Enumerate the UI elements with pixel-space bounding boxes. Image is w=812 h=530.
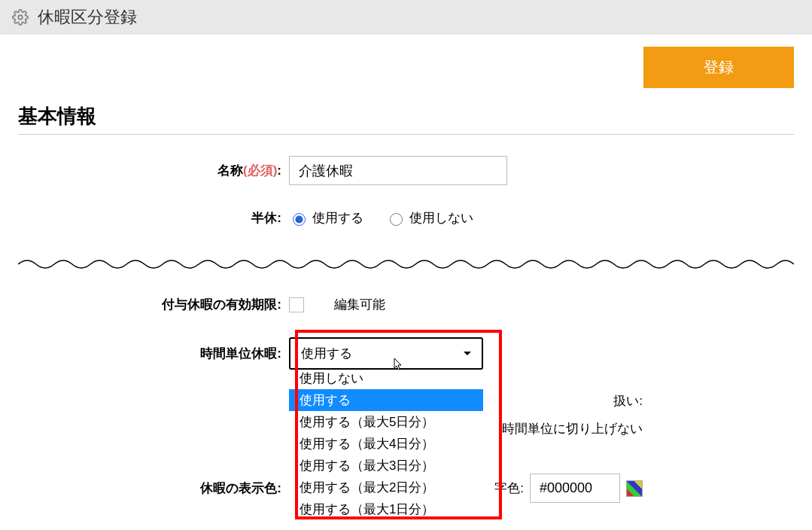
chevron-down-icon [464,352,471,355]
hourly-option[interactable]: 使用する [289,389,483,411]
row-name: 名称(必須): [18,156,794,185]
expiry-editable-label: 編集可能 [334,296,385,313]
gear-icon [12,9,29,26]
halfday-use-option[interactable]: 使用する [289,209,363,227]
expiry-checkbox[interactable] [289,297,304,312]
halfday-use-label: 使用する [312,209,363,227]
content: 登録 基本情報 名称(必須): 半休: 使用する 使用しない 付与休暇の有効期 [0,35,812,530]
display-color-label: 休暇の表示色: [18,480,289,497]
hourly-select[interactable]: 使用する [289,337,483,370]
section-heading-basic: 基本情報 [18,103,794,135]
hourly-option[interactable]: 使用する（最大3日分） [289,455,483,477]
page-title: 休暇区分登録 [38,6,137,29]
hourly-dropdown[interactable]: 使用しない使用する使用する（最大5日分）使用する（最大4日分）使用する（最大3日… [289,367,483,520]
name-input[interactable] [289,156,507,185]
row-halfday: 半休: 使用する 使用しない [18,209,794,227]
hourly-option[interactable]: 使用する（最大2日分） [289,477,483,498]
row-hourly: 時間単位休暇: 使用する 使用しない使用する使用する（最大5日分）使用する（最大… [18,337,794,370]
register-button[interactable]: 登録 [643,47,794,88]
roundup-visible: 時間単位に切り上げない [502,420,643,437]
name-label: 名称 [217,163,243,178]
header-bar: 休暇区分登録 [0,0,812,35]
expiry-label: 付与休暇の有効期限: [18,296,289,313]
treatment-label-visible: 扱い: [613,392,643,410]
colon: : [277,163,281,178]
row-expiry: 付与休暇の有効期限: 編集可能 [18,296,794,313]
char-color-input[interactable] [530,474,620,503]
wavy-divider [18,257,794,272]
halfday-use-radio[interactable] [293,213,306,226]
hourly-option[interactable]: 使用する（最大4日分） [289,433,483,455]
halfday-notuse-option[interactable]: 使用しない [386,209,473,227]
hourly-option[interactable]: 使用する（最大1日分） [289,498,483,520]
hourly-label: 時間単位休暇: [18,345,289,362]
hourly-selected-value: 使用する [301,345,352,362]
svg-point-0 [18,15,23,20]
color-picker-icon[interactable] [626,480,643,497]
char-color-label-visible: 字色: [494,480,524,497]
halfday-label: 半休: [18,209,289,227]
halfday-notuse-label: 使用しない [409,209,473,227]
hourly-option[interactable]: 使用しない [289,367,483,389]
halfday-notuse-radio[interactable] [390,213,403,226]
required-label: (必須) [243,163,277,178]
hourly-option[interactable]: 使用する（最大5日分） [289,411,483,433]
